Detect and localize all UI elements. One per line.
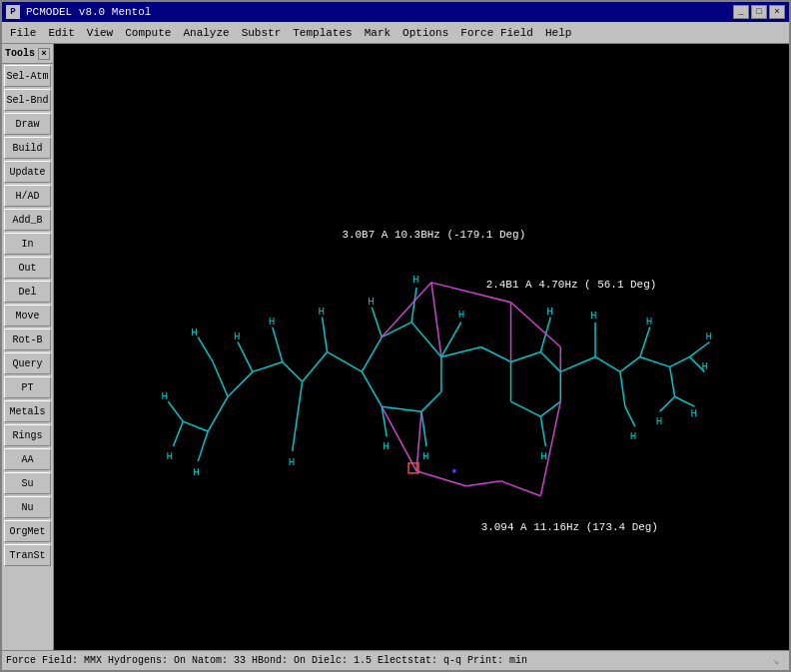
svg-line-4 [382,406,421,411]
svg-line-35 [421,411,426,446]
svg-line-41 [173,421,183,446]
svg-line-16 [441,347,481,357]
menu-item-mark[interactable]: Mark [359,25,396,41]
svg-line-38 [293,416,298,451]
svg-line-18 [511,351,541,361]
sidebar-btn-rings[interactable]: Rings [4,424,51,446]
menu-item-edit[interactable]: Edit [42,25,80,41]
sidebar-btn-update[interactable]: Update [4,161,51,183]
svg-line-39 [238,342,253,372]
tools-label: Tools [5,48,35,59]
svg-line-2 [362,337,382,372]
menu-item-substr[interactable]: Substr [236,25,288,41]
svg-line-59 [382,406,416,471]
svg-line-52 [625,406,635,426]
tools-close-button[interactable]: × [38,48,50,60]
svg-line-50 [675,396,695,406]
svg-line-17 [481,347,511,362]
menu-item-file[interactable]: File [4,25,42,41]
menu-item-compute[interactable]: Compute [119,25,177,41]
svg-line-40 [168,401,183,421]
svg-line-9 [283,361,303,381]
main-window: P PCMODEL v8.0 Mentol _ □ × FileEditView… [0,0,791,672]
svg-line-61 [466,481,501,486]
sidebar-btn-rot-b[interactable]: Rot-B [4,329,51,350]
sidebar-btn-move[interactable]: Move [4,305,51,327]
svg-text:H: H [590,310,597,322]
title-bar-controls: _ □ × [733,5,785,19]
menu-item-analyze[interactable]: Analyze [177,25,235,41]
svg-line-13 [208,396,228,431]
sidebar-btn-pt[interactable]: PT [4,376,51,398]
molecule-svg: H H H H H H H H H H H H H H H H H [54,44,789,650]
sidebar-btn-add_b[interactable]: Add_B [4,209,51,231]
sidebar-btn-query[interactable]: Query [4,352,51,374]
sidebar-btn-out[interactable]: Out [4,257,51,279]
svg-line-57 [431,283,441,357]
menu-item-help[interactable]: Help [539,25,577,41]
status-text: Force Field: MMX Hydrogens: On Natom: 33… [6,655,527,666]
svg-line-48 [690,342,710,357]
sidebar-btn-transt[interactable]: TranSt [4,544,51,566]
sidebar-btn-aa[interactable]: AA [4,448,51,470]
menu-item-templates[interactable]: Templates [287,25,358,41]
sidebar-btn-draw[interactable]: Draw [4,113,51,135]
window-title: PCMODEL v8.0 Mentol [26,6,151,18]
svg-text:H: H [234,331,241,342]
svg-line-5 [421,391,441,411]
svg-line-37 [273,328,283,362]
svg-text:3.0B7 A 10.3BHz (-179.1 Deg): 3.0B7 A 10.3BHz (-179.1 Deg) [342,229,525,241]
menu-item-force-field[interactable]: Force Field [454,25,539,41]
maximize-button[interactable]: □ [751,5,767,19]
sidebar-btn-in[interactable]: In [4,233,51,255]
sidebar-btn-orgmet[interactable]: OrgMet [4,520,51,542]
svg-line-25 [595,356,620,371]
svg-text:H: H [193,466,200,478]
svg-text:H: H [701,360,708,372]
minimize-button[interactable]: _ [733,5,749,19]
svg-text:H: H [546,306,553,318]
sidebar-btn-sel-atm[interactable]: Sel-Atm [4,65,51,87]
svg-text:H: H [383,440,390,452]
svg-text:H: H [540,450,547,462]
svg-line-19 [540,351,560,371]
svg-line-15 [213,361,228,396]
sidebar-btn-del[interactable]: Del [4,281,51,303]
sidebar-btn-su[interactable]: Su [4,472,51,494]
svg-line-12 [228,371,253,396]
svg-line-47 [640,328,650,357]
svg-text:H: H [656,415,663,427]
svg-line-43 [198,337,213,362]
sidebar-btn-build[interactable]: Build [4,137,51,159]
sidebar-btn-metals[interactable]: Metals [4,400,51,422]
svg-line-10 [253,361,283,371]
svg-text:3.094 A 11.16Hz (173.4 Deg): 3.094 A 11.16Hz (173.4 Deg) [481,522,658,534]
svg-text:H: H [646,316,653,328]
atom-dot [452,469,456,473]
svg-text:H: H [289,456,296,468]
sidebar-btn-nu[interactable]: Nu [4,496,51,518]
svg-line-60 [416,471,466,486]
sidebar-btn-h/ad[interactable]: H/AD [4,185,51,207]
resize-handle[interactable]: ↘ [773,655,785,667]
svg-line-64 [416,411,421,471]
title-bar-left: P PCMODEL v8.0 Mentol [6,5,151,19]
tools-header: Tools × [2,44,53,64]
status-bar: Force Field: MMX Hydrogens: On Natom: 33… [2,650,789,670]
svg-line-62 [501,481,541,496]
svg-text:H: H [161,390,168,402]
menu-item-options[interactable]: Options [396,25,454,41]
svg-text:H: H [368,296,375,308]
svg-line-53 [382,283,431,337]
svg-line-1 [382,323,411,337]
svg-line-11 [298,381,303,416]
menu-item-view[interactable]: View [81,25,119,41]
canvas-area: H H H H H H H H H H H H H H H H H [54,44,789,650]
svg-line-3 [362,371,382,406]
svg-text:H: H [422,450,429,462]
svg-line-29 [670,366,675,396]
menu-bar: FileEditViewComputeAnalyzeSubstrTemplate… [2,22,789,44]
svg-line-24 [560,356,595,371]
sidebar-btn-sel-bnd[interactable]: Sel-Bnd [4,89,51,111]
close-button[interactable]: × [769,5,785,19]
